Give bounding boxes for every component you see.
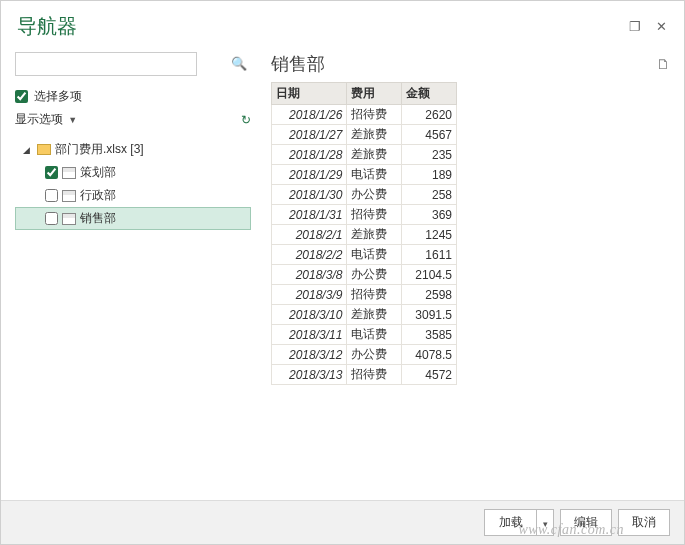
select-multiple-input[interactable] bbox=[15, 90, 28, 103]
restore-icon[interactable]: ❐ bbox=[628, 20, 642, 34]
table-row: 2018/1/26招待费2620 bbox=[272, 105, 457, 125]
folder-icon bbox=[37, 144, 51, 155]
worksheet-icon bbox=[62, 167, 76, 179]
table-row: 2018/1/29电话费189 bbox=[272, 165, 457, 185]
close-icon[interactable]: ✕ bbox=[654, 20, 668, 34]
worksheet-icon bbox=[62, 190, 76, 202]
table-row: 2018/2/1差旅费1245 bbox=[272, 225, 457, 245]
column-header: 金额 bbox=[401, 83, 456, 105]
navigation-tree: ◢ 部门费用.xlsx [3] 策划部行政部销售部 bbox=[15, 138, 251, 230]
table-row: 2018/1/27差旅费4567 bbox=[272, 125, 457, 145]
tree-sheet-item[interactable]: 销售部 bbox=[15, 207, 251, 230]
table-row: 2018/3/11电话费3585 bbox=[272, 325, 457, 345]
tree-item-checkbox[interactable] bbox=[45, 166, 58, 179]
table-row: 2018/1/30办公费258 bbox=[272, 185, 457, 205]
worksheet-icon bbox=[62, 213, 76, 225]
tree-folder-label: 部门费用.xlsx [3] bbox=[55, 141, 144, 158]
select-multiple-label: 选择多项 bbox=[34, 88, 82, 105]
table-row: 2018/3/12办公费4078.5 bbox=[272, 345, 457, 365]
table-row: 2018/2/2电话费1611 bbox=[272, 245, 457, 265]
load-dropdown[interactable] bbox=[536, 509, 554, 536]
preview-refresh-icon[interactable]: 🗋 bbox=[656, 56, 670, 72]
tree-sheet-item[interactable]: 策划部 bbox=[15, 161, 251, 184]
table-row: 2018/3/13招待费4572 bbox=[272, 365, 457, 385]
column-header: 费用 bbox=[347, 83, 401, 105]
tree-sheet-item[interactable]: 行政部 bbox=[15, 184, 251, 207]
select-multiple-checkbox[interactable]: 选择多项 bbox=[15, 88, 251, 105]
table-row: 2018/3/9招待费2598 bbox=[272, 285, 457, 305]
chevron-down-icon: ▼ bbox=[68, 115, 77, 125]
tree-item-label: 销售部 bbox=[80, 210, 116, 227]
collapse-icon[interactable]: ◢ bbox=[23, 145, 33, 155]
edit-button[interactable]: 编辑 bbox=[560, 509, 612, 536]
table-row: 2018/1/31招待费369 bbox=[272, 205, 457, 225]
preview-table: 日期费用金额 2018/1/26招待费26202018/1/27差旅费45672… bbox=[271, 82, 457, 385]
table-row: 2018/3/8办公费2104.5 bbox=[272, 265, 457, 285]
refresh-icon[interactable]: ↻ bbox=[241, 113, 251, 127]
tree-item-label: 行政部 bbox=[80, 187, 116, 204]
tree-item-checkbox[interactable] bbox=[45, 189, 58, 202]
preview-title: 销售部 bbox=[271, 52, 325, 76]
load-button[interactable]: 加载 bbox=[484, 509, 536, 536]
search-input[interactable] bbox=[15, 52, 197, 76]
table-row: 2018/3/10差旅费3091.5 bbox=[272, 305, 457, 325]
tree-item-checkbox[interactable] bbox=[45, 212, 58, 225]
tree-item-label: 策划部 bbox=[80, 164, 116, 181]
cancel-button[interactable]: 取消 bbox=[618, 509, 670, 536]
table-row: 2018/1/28差旅费235 bbox=[272, 145, 457, 165]
column-header: 日期 bbox=[272, 83, 347, 105]
search-icon[interactable]: 🔍 bbox=[231, 56, 247, 71]
dialog-title: 导航器 bbox=[17, 13, 628, 40]
tree-folder[interactable]: ◢ 部门费用.xlsx [3] bbox=[15, 138, 251, 161]
display-options-toggle[interactable]: 显示选项 ▼ bbox=[15, 111, 77, 128]
